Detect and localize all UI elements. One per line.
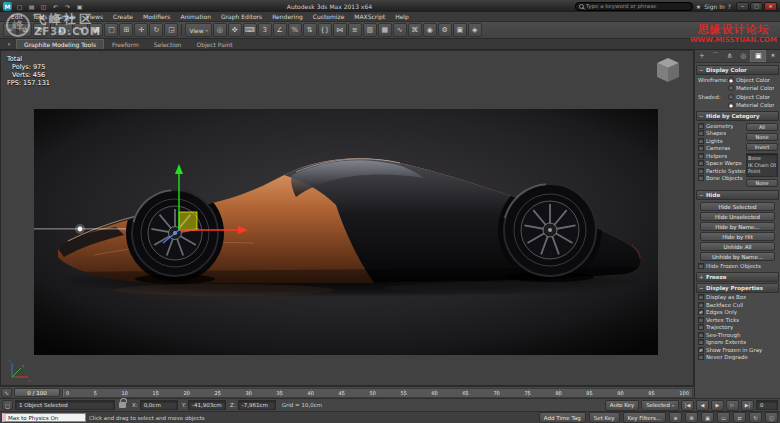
hide-by-hit-button[interactable]: Hide by Hit [700, 232, 775, 241]
search-input[interactable] [586, 3, 689, 9]
percent-snap-icon[interactable]: % [288, 23, 302, 37]
time-slider[interactable]: 0 / 100 [14, 388, 60, 397]
infocenter-search[interactable] [575, 2, 693, 11]
pan-icon[interactable]: ⇄ [733, 412, 746, 423]
category-filter-button[interactable]: None [746, 133, 778, 141]
category-checkbox-row[interactable]: Particle Systems [698, 167, 745, 175]
angle-snap-icon[interactable]: ∠ [273, 23, 287, 37]
close-button[interactable]: × [764, 2, 777, 11]
x-coordinate-field[interactable]: 0,0cm [140, 400, 178, 410]
display-property-checkbox-row[interactable]: Display as Box [698, 294, 777, 302]
display-property-checkbox-row[interactable]: Vertex Ticks [698, 316, 777, 324]
menu-item[interactable]: Animation [175, 13, 216, 20]
maximize-button[interactable]: □ [750, 2, 763, 11]
panel-tab-display[interactable]: ▣ [750, 50, 766, 62]
orbit-icon[interactable]: ↻ [749, 412, 762, 423]
checkbox[interactable] [698, 168, 704, 174]
panel-tab-utilities[interactable]: ✶ [766, 50, 780, 62]
ribbon-tab-selection[interactable]: Selection [147, 39, 189, 49]
checkbox[interactable] [698, 332, 704, 338]
auto-key-button[interactable]: Auto Key [605, 400, 640, 411]
checkbox[interactable] [698, 123, 704, 129]
category-checkbox-row[interactable]: Space Warps [698, 160, 745, 168]
curve-editor-icon[interactable]: ∿ [393, 23, 407, 37]
snaps-toggle-icon[interactable]: 3 [258, 23, 272, 37]
select-and-scale-icon[interactable]: ◲ [164, 23, 178, 37]
favorites-star-icon[interactable]: ★ [696, 3, 701, 10]
zoom-extents-icon[interactable]: ▣ [701, 412, 714, 423]
select-and-move-icon[interactable]: ✛ [134, 23, 148, 37]
rectangular-selection-region-icon[interactable]: □ [104, 23, 118, 37]
display-property-checkbox-row[interactable]: Never Degrade [698, 354, 777, 362]
redo-icon[interactable]: ↷ [63, 2, 72, 11]
checkbox[interactable] [698, 145, 704, 151]
keyboard-override-icon[interactable]: ⌨ [243, 23, 257, 37]
checkbox[interactable] [698, 153, 704, 159]
checkbox[interactable] [698, 354, 704, 360]
category-checkbox-row[interactable]: Geometry [698, 122, 745, 130]
maximize-viewport-toggle-icon[interactable]: ◱ [765, 412, 778, 423]
layer-manager-icon[interactable]: ▥ [363, 23, 377, 37]
checkbox[interactable] [698, 175, 704, 181]
graphite-ribbon-icon[interactable]: ▦ [378, 23, 392, 37]
open-file-icon[interactable]: ▤ [27, 2, 36, 11]
window-crossing-icon[interactable]: ⊞ [119, 23, 133, 37]
shaded-object-color-radio[interactable]: Object Color [728, 93, 777, 101]
category-checkbox-row[interactable]: Bone Objects [698, 175, 745, 183]
display-property-checkbox-row[interactable]: Trajectory [698, 324, 777, 332]
unlink-selection-icon[interactable]: ⊘ [18, 23, 32, 37]
display-property-checkbox-row[interactable]: ✓ Show Frozen in Gray [698, 346, 777, 354]
set-key-button[interactable]: Set Key [589, 412, 620, 423]
menu-item[interactable]: Group [52, 13, 80, 20]
display-property-checkbox-row[interactable]: See-Through [698, 331, 777, 339]
menu-item[interactable]: Create [108, 13, 138, 20]
category-checkbox-row[interactable]: Helpers [698, 152, 745, 160]
minimize-button[interactable]: − [736, 2, 749, 11]
ribbon-menu-icon[interactable]: ▾ [3, 39, 15, 49]
checkbox[interactable]: ✓ [698, 347, 704, 353]
menu-item[interactable]: Customize [308, 13, 350, 20]
category-filter-button[interactable]: Invert [746, 143, 778, 151]
hide-selected-button[interactable]: Hide Selected [700, 202, 775, 211]
viewport[interactable]: Total Polys: 975 Verts: 456 FPS: 157.131… [0, 50, 694, 386]
key-filter-scope-dropdown[interactable]: Selected▾ [641, 400, 679, 411]
play-animation-button[interactable]: ▶ [711, 400, 724, 411]
app-logo[interactable]: M [3, 2, 12, 11]
align-icon[interactable]: ≡ [348, 23, 362, 37]
list-item[interactable]: Point [748, 168, 776, 175]
ribbon-tab-freeform[interactable]: Freeform [105, 39, 146, 49]
checkbox[interactable] [698, 138, 704, 144]
key-filters-button[interactable]: Key Filters... [623, 412, 666, 423]
rollout-display-color[interactable]: −Display Color [696, 65, 779, 75]
next-frame-button[interactable]: ▷ [726, 400, 739, 411]
current-frame-field[interactable]: 0 [756, 400, 778, 410]
wireframe-material-color-radio[interactable]: Material Color [728, 85, 777, 93]
ribbon-tab-graphite-modeling-tools[interactable]: Graphite Modeling Tools [16, 39, 104, 49]
menu-item[interactable]: Tools [28, 13, 53, 20]
named-selection-sets-icon[interactable]: {} [318, 23, 332, 37]
help-icon[interactable]: ? [728, 3, 731, 10]
category-list-none-button[interactable]: None [746, 179, 778, 187]
panel-tab-create[interactable]: + [695, 50, 709, 62]
checkbox[interactable] [698, 130, 704, 136]
viewcube[interactable] [651, 55, 685, 85]
bind-to-space-warp-icon[interactable]: ≋ [33, 23, 47, 37]
panel-tab-hierarchy[interactable]: ⋔ [723, 50, 737, 62]
menu-item[interactable]: Edit [6, 13, 28, 20]
checkbox[interactable]: ✓ [698, 309, 704, 315]
zoom-region-icon[interactable]: ▭ [717, 412, 730, 423]
hide-unselected-button[interactable]: Hide Unselected [700, 212, 775, 221]
menu-item[interactable]: Help [390, 13, 414, 20]
category-checkbox-row[interactable]: Shapes [698, 130, 745, 138]
menu-item[interactable]: Graph Editors [216, 13, 267, 20]
project-folder-icon[interactable]: ▣ [75, 2, 84, 11]
menu-item[interactable]: Views [81, 13, 108, 20]
display-property-checkbox-row[interactable]: Backface Cull [698, 301, 777, 309]
select-and-rotate-icon[interactable]: ↻ [149, 23, 163, 37]
mirror-icon[interactable]: ⋈ [333, 23, 347, 37]
y-coordinate-field[interactable]: -41,903cm [188, 400, 226, 410]
checkbox[interactable] [698, 294, 704, 300]
render-production-icon[interactable]: ◈ [468, 23, 482, 37]
menu-item[interactable]: MAXScript [349, 13, 390, 20]
schematic-view-icon[interactable]: ⌘ [408, 23, 422, 37]
